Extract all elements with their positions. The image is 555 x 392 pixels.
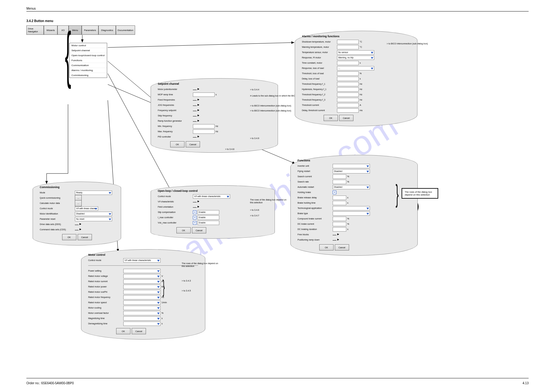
text-field[interactable] (333, 201, 346, 205)
dropdown[interactable]: ... (337, 66, 374, 70)
link-arrow-icon[interactable] (193, 120, 199, 122)
link-arrow-icon[interactable] (193, 206, 199, 208)
dropdown[interactable] (123, 269, 161, 273)
checkbox[interactable]: × (193, 210, 197, 214)
dropdown[interactable] (123, 316, 161, 321)
cancel-button[interactable]: Cancel (192, 227, 206, 233)
ok-button[interactable]: OK (319, 244, 334, 250)
menu-item[interactable]: Alarms / monitoring (70, 68, 107, 73)
tab-documentation[interactable]: Documentation (116, 25, 135, 35)
text-field[interactable] (333, 217, 346, 221)
text-field[interactable] (337, 45, 359, 49)
link-arrow-icon[interactable] (333, 233, 339, 236)
dropdown[interactable] (333, 211, 370, 216)
link-arrow-icon[interactable] (75, 223, 81, 225)
text-field[interactable] (337, 61, 359, 65)
dropdown[interactable] (123, 290, 161, 294)
dropdown[interactable] (123, 311, 161, 315)
ok-button[interactable]: OK (176, 227, 191, 233)
dropdown[interactable]: No reset (75, 217, 112, 221)
cancel-button[interactable]: Cancel (132, 328, 146, 334)
tab-wizards[interactable]: Wizards (44, 25, 57, 35)
ok-button[interactable]: OK (170, 141, 184, 147)
dropdown[interactable]: V/f with linear characteristic (123, 258, 161, 263)
link-arrow-icon[interactable] (193, 88, 199, 90)
checkbox[interactable]: × (193, 221, 197, 225)
tab-diagnostics[interactable]: Diagnostics (98, 25, 116, 35)
link-arrow-icon[interactable] (333, 239, 339, 241)
text-field[interactable] (337, 71, 359, 76)
cancel-button[interactable]: Cancel (78, 234, 92, 240)
link-arrow-icon[interactable] (193, 104, 199, 106)
text-field[interactable] (193, 129, 215, 134)
dropdown[interactable] (333, 206, 370, 210)
text-field[interactable] (333, 174, 346, 179)
ok-button[interactable]: OK (62, 234, 76, 240)
dropdown[interactable]: Disabled (333, 169, 370, 173)
cancel-button[interactable]: Cancel (335, 244, 349, 250)
form-row: Brake release delays (298, 195, 411, 200)
menu-item[interactable]: Functions (70, 58, 107, 63)
dropdown[interactable] (333, 164, 370, 168)
text-field[interactable] (333, 222, 346, 226)
callout-depend: The rows of the dialog box depend on thi… (402, 188, 438, 199)
text-field[interactable] (193, 124, 215, 128)
field-label: Positioning ramp down (298, 239, 332, 241)
link-arrow-icon[interactable] (193, 115, 199, 117)
cancel-button[interactable]: Cancel (339, 115, 353, 121)
menu-item[interactable]: Open-loop/closed-loop control (70, 53, 107, 58)
dropdown[interactable]: V/f with linear characteristic (193, 194, 230, 199)
text-field[interactable] (333, 196, 346, 200)
checkbox[interactable]: × (333, 191, 336, 194)
dropdown[interactable] (123, 295, 161, 300)
dropdown[interactable] (123, 285, 161, 289)
link-arrow-icon[interactable] (193, 109, 199, 111)
dropdown[interactable] (123, 274, 161, 278)
dropdown[interactable]: V/f with linear charac. (75, 206, 98, 211)
tab-drive-navigator[interactable]: Drive Navigator (26, 25, 44, 35)
dropdown[interactable] (123, 306, 161, 310)
text-field[interactable]: Enable (198, 215, 219, 220)
cancel-button[interactable]: Cancel (186, 141, 200, 147)
menu-item[interactable]: Communication (70, 63, 107, 68)
brace-func: } (396, 179, 399, 208)
text-field[interactable] (337, 98, 359, 102)
dropdown[interactable]: No sensor (337, 50, 374, 55)
link-arrow-icon[interactable] (193, 201, 199, 203)
ok-button[interactable]: OK (116, 328, 130, 334)
link-arrow-icon[interactable] (193, 99, 199, 101)
text-field[interactable] (333, 180, 346, 184)
text-field[interactable] (333, 227, 346, 232)
text-field[interactable] (337, 77, 359, 81)
text-field[interactable] (337, 82, 359, 86)
text-field[interactable] (337, 87, 359, 92)
form-row: Search rate% (298, 179, 411, 184)
text-field[interactable] (337, 92, 359, 97)
link-arrow-icon[interactable] (193, 136, 199, 138)
form-row: Inverter unit (298, 163, 411, 169)
dropdown[interactable]: Ready (75, 191, 112, 195)
menu-item[interactable]: Motor control (70, 43, 107, 48)
text-field[interactable] (337, 103, 359, 107)
tab-parameters[interactable]: Parameters (82, 25, 98, 35)
field-label: Field orientation (158, 206, 192, 208)
text-field[interactable] (337, 108, 359, 113)
field-label: Warning temperature, motor (302, 46, 336, 48)
text-field[interactable]: Enable (198, 221, 219, 225)
dropdown[interactable]: Disabled (333, 185, 370, 189)
checkbox[interactable]: × (193, 216, 197, 219)
link-arrow-icon[interactable] (75, 228, 81, 231)
text-field[interactable]: Enable (198, 210, 219, 214)
dropdown[interactable] (123, 300, 161, 305)
text-field[interactable] (337, 40, 359, 44)
ok-button[interactable]: OK (324, 115, 338, 121)
menu-item[interactable]: Commissioning (70, 73, 107, 78)
menu-item[interactable]: Setpoint channel (70, 48, 107, 53)
text-field[interactable] (193, 92, 215, 97)
dropdown[interactable]: Warning, no trip (337, 56, 374, 60)
dropdown[interactable]: Disabled (75, 212, 112, 216)
field-label: Threshold current (302, 104, 336, 106)
dropdown[interactable] (123, 322, 161, 326)
dropdown[interactable] (123, 279, 161, 284)
ellipsis-button[interactable]: ... (75, 200, 82, 206)
